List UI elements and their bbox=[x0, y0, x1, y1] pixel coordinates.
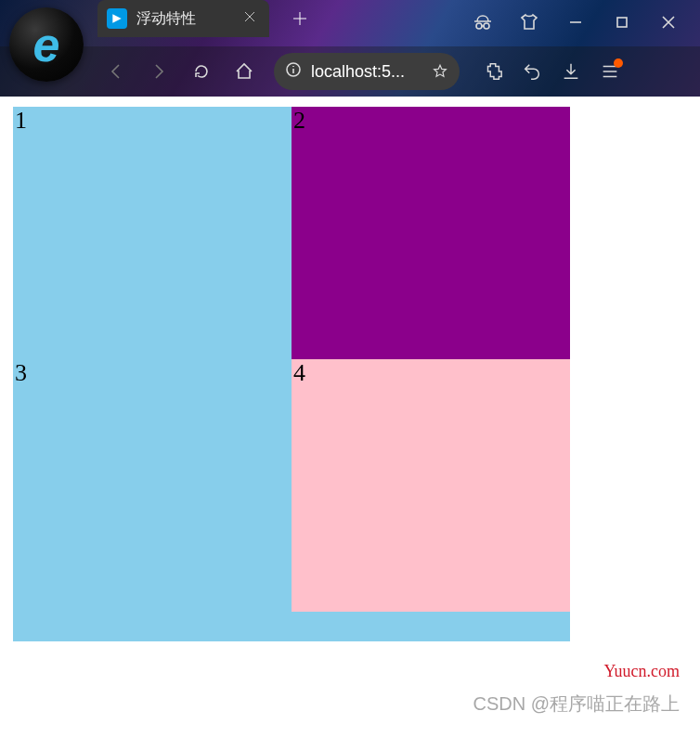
toolbar-right bbox=[474, 53, 629, 90]
new-tab-button[interactable] bbox=[284, 3, 316, 34]
tshirt-icon[interactable] bbox=[511, 6, 548, 39]
browser-tab[interactable]: 浮动特性 bbox=[97, 0, 269, 37]
watermark-csdn: CSDN @程序喵正在路上 bbox=[473, 692, 680, 717]
extensions-button[interactable] bbox=[474, 53, 512, 90]
app-logo-letter: e bbox=[33, 20, 60, 69]
app-logo[interactable]: e bbox=[9, 7, 84, 82]
svg-rect-2 bbox=[617, 18, 627, 27]
close-icon[interactable] bbox=[243, 10, 256, 27]
incognito-icon[interactable] bbox=[464, 6, 501, 39]
browser-chrome: e 浮动特性 bbox=[0, 0, 700, 97]
page-viewport: 1 2 3 4 Yuucn.com CSDN @程序喵正在路上 bbox=[0, 97, 700, 737]
address-url: localhost:5... bbox=[311, 62, 422, 82]
window-controls bbox=[464, 0, 700, 39]
close-window-button[interactable] bbox=[650, 6, 687, 39]
box-4: 4 bbox=[292, 359, 570, 612]
download-button[interactable] bbox=[552, 53, 590, 90]
toolbar: localhost:5... bbox=[0, 46, 700, 97]
address-bar[interactable]: localhost:5... bbox=[274, 53, 460, 90]
maximize-button[interactable] bbox=[603, 6, 641, 39]
titlebar: 浮动特性 bbox=[0, 0, 700, 46]
tab-favicon bbox=[107, 8, 127, 29]
back-button[interactable] bbox=[97, 53, 135, 90]
box-1: 1 bbox=[13, 107, 292, 359]
box-3: 3 bbox=[13, 359, 292, 612]
svg-point-0 bbox=[476, 23, 482, 29]
tab-title: 浮动特性 bbox=[136, 9, 234, 29]
undo-button[interactable] bbox=[513, 53, 551, 90]
minimize-button[interactable] bbox=[557, 6, 594, 39]
svg-point-1 bbox=[484, 23, 489, 29]
info-icon[interactable] bbox=[285, 61, 302, 82]
box-2: 2 bbox=[292, 107, 570, 359]
home-button[interactable] bbox=[226, 53, 263, 90]
float-demo-container: 1 2 3 4 bbox=[13, 107, 570, 641]
watermark-site: Yuucn.com bbox=[604, 662, 680, 681]
star-icon[interactable] bbox=[432, 63, 448, 80]
menu-button[interactable] bbox=[591, 53, 629, 90]
tabstrip: 浮动特性 bbox=[97, 0, 316, 37]
forward-button[interactable] bbox=[140, 53, 177, 90]
reload-button[interactable] bbox=[183, 53, 220, 90]
